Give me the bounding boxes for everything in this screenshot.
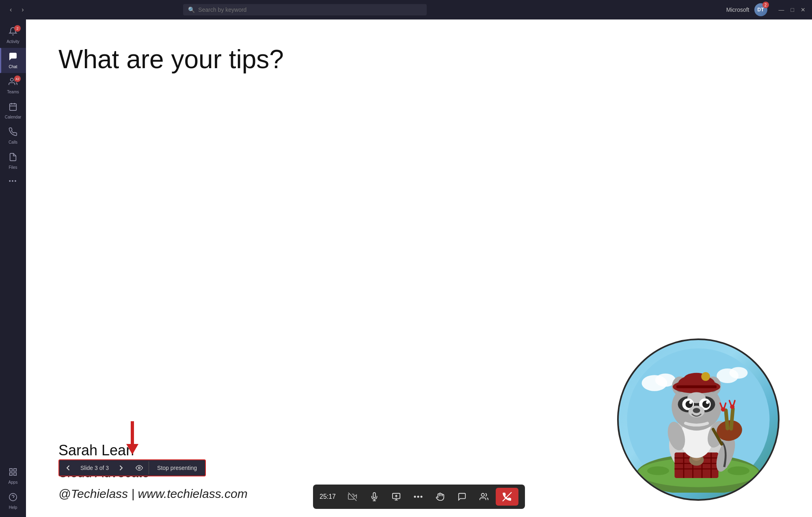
svg-point-18 xyxy=(647,466,669,475)
sidebar-item-help[interactable]: Help xyxy=(0,489,26,514)
apps-icon xyxy=(9,467,17,478)
search-input[interactable] xyxy=(198,6,422,13)
svg-point-0 xyxy=(11,78,13,81)
svg-point-9 xyxy=(9,493,17,501)
titlebar-right: Microsoft DT 2 — □ ✕ xyxy=(726,3,806,16)
sidebar-label-calls: Calls xyxy=(9,140,17,144)
red-arrow-icon xyxy=(122,421,143,458)
slide-area: What are your tips? Sarah Lean Cloud Adv… xyxy=(26,19,812,517)
svg-point-50 xyxy=(706,401,709,404)
slide-mascot-image xyxy=(617,338,780,501)
participants-button[interactable] xyxy=(474,488,494,505)
svg-rect-66 xyxy=(131,421,134,445)
mic-button[interactable] xyxy=(364,488,384,505)
share-screen-button[interactable] xyxy=(386,488,406,505)
chat-icon xyxy=(9,52,17,63)
sidebar: 2 Activity Chat 42 xyxy=(0,19,26,517)
svg-point-15 xyxy=(730,367,748,379)
sidebar-item-more[interactable]: ••• xyxy=(0,174,26,188)
sidebar-label-calendar: Calendar xyxy=(5,115,22,119)
svg-rect-1 xyxy=(10,104,17,110)
activity-badge: 2 xyxy=(14,25,21,32)
participants-icon xyxy=(479,492,488,501)
nav-buttons: ‹ › xyxy=(6,4,27,15)
annotation-arrow xyxy=(58,421,206,458)
slide-prev-button[interactable] xyxy=(59,461,77,475)
teams-icon: 42 xyxy=(9,77,17,88)
chevron-left-icon xyxy=(65,465,71,471)
calls-icon xyxy=(9,127,17,138)
back-button[interactable]: ‹ xyxy=(6,4,15,15)
svg-point-19 xyxy=(728,466,749,475)
sidebar-label-chat: Chat xyxy=(9,65,17,69)
slide-controls: Slide 3 of 3 xyxy=(59,460,205,476)
svg-rect-5 xyxy=(10,469,12,471)
svg-point-76 xyxy=(417,496,419,498)
svg-rect-7 xyxy=(14,473,16,475)
raise-hand-button[interactable] xyxy=(430,488,450,505)
video-toggle-button[interactable] xyxy=(342,488,363,505)
sidebar-item-activity[interactable]: 2 Activity xyxy=(0,23,26,48)
forward-button[interactable]: › xyxy=(18,4,27,15)
call-chat-button[interactable] xyxy=(452,488,472,505)
more-options-button[interactable] xyxy=(408,491,428,502)
svg-rect-41 xyxy=(676,385,717,388)
main-layout: 2 Activity Chat 42 xyxy=(0,19,812,517)
help-icon xyxy=(9,493,17,504)
close-button[interactable]: ✕ xyxy=(801,6,806,13)
svg-point-52 xyxy=(693,408,700,413)
titlebar: ‹ › 🔍 Microsoft DT 2 — □ ✕ xyxy=(0,0,812,19)
mic-icon xyxy=(370,492,379,501)
avatar-container[interactable]: DT 2 xyxy=(754,3,767,16)
more-icon xyxy=(414,495,423,498)
presenter-contact: @Techielass | www.techielass.com xyxy=(58,487,248,501)
call-controls-bar: 25:17 xyxy=(313,485,525,509)
sidebar-item-chat[interactable]: Chat xyxy=(0,48,26,73)
chat-bubble-icon xyxy=(458,492,466,501)
slide-title: What are your tips? xyxy=(58,44,780,99)
svg-point-77 xyxy=(421,496,423,498)
slide-controls-wrapper: Slide 3 of 3 xyxy=(58,421,206,476)
sidebar-label-files: Files xyxy=(9,165,17,170)
more-icon: ••• xyxy=(9,178,17,184)
sidebar-item-files[interactable]: Files xyxy=(0,149,26,174)
svg-rect-6 xyxy=(14,469,16,471)
eye-icon xyxy=(136,464,143,472)
search-icon: 🔍 xyxy=(188,6,195,13)
call-timer: 25:17 xyxy=(320,493,336,500)
activity-icon: 2 xyxy=(9,27,17,38)
stop-presenting-button[interactable]: Stop presenting xyxy=(149,461,205,475)
slide-next-button[interactable] xyxy=(112,461,130,475)
chevron-right-icon xyxy=(118,465,124,471)
sidebar-label-teams: Teams xyxy=(7,90,19,94)
sidebar-item-calls[interactable]: Calls xyxy=(0,123,26,149)
video-off-icon xyxy=(348,492,357,501)
svg-point-68 xyxy=(138,467,140,469)
avatar-badge: 2 xyxy=(762,2,769,8)
end-call-icon xyxy=(502,492,512,502)
minimize-button[interactable]: — xyxy=(779,6,784,13)
svg-rect-8 xyxy=(10,473,12,475)
sidebar-label-activity: Activity xyxy=(6,39,19,44)
svg-point-40 xyxy=(701,372,710,381)
svg-point-49 xyxy=(689,401,692,404)
calendar-icon xyxy=(9,102,17,113)
svg-point-75 xyxy=(414,496,416,498)
sidebar-item-apps[interactable]: Apps xyxy=(0,463,26,489)
teams-badge: 42 xyxy=(14,75,21,82)
slide-controls-box: Slide 3 of 3 xyxy=(58,459,206,476)
slide-preview-button[interactable] xyxy=(130,460,149,476)
window-controls: — □ ✕ xyxy=(779,6,806,13)
sidebar-item-calendar[interactable]: Calendar xyxy=(0,98,26,123)
share-screen-icon xyxy=(392,492,401,501)
sidebar-label-help: Help xyxy=(9,505,17,510)
sidebar-item-teams[interactable]: 42 Teams xyxy=(0,73,26,98)
svg-marker-67 xyxy=(126,444,138,455)
search-bar[interactable]: 🔍 xyxy=(183,4,427,15)
maximize-button[interactable]: □ xyxy=(791,6,794,13)
raccoon-illustration xyxy=(625,347,771,493)
raise-hand-icon xyxy=(436,492,445,501)
sidebar-label-apps: Apps xyxy=(9,480,18,485)
svg-point-78 xyxy=(482,493,484,496)
end-call-button[interactable] xyxy=(496,488,518,506)
